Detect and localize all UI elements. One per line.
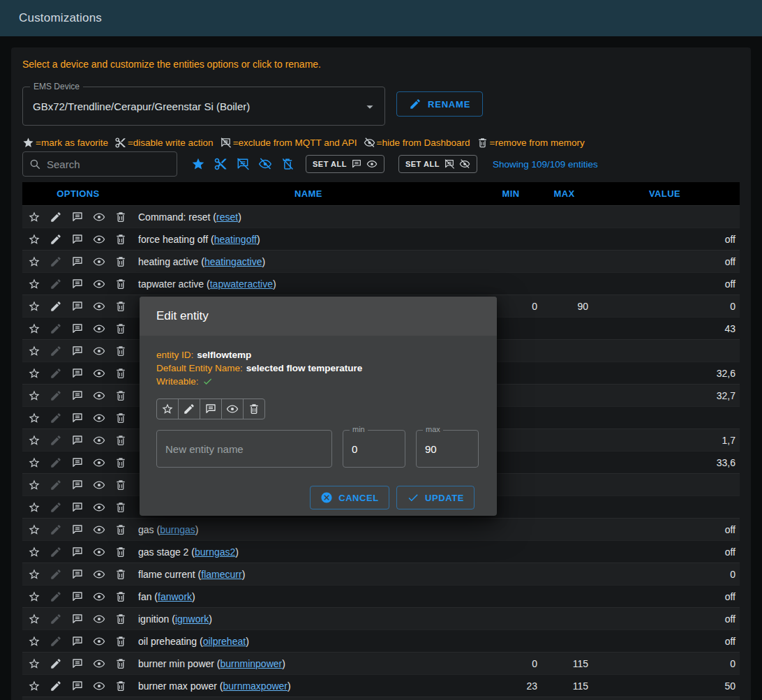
entity-code-link[interactable]: burngas <box>160 524 195 535</box>
table-row[interactable]: gas (burngas) off <box>22 518 740 540</box>
entity-code-link[interactable]: burnminpower <box>221 658 283 669</box>
visibility-icon[interactable] <box>93 300 105 313</box>
favorite-star-icon[interactable] <box>28 255 40 268</box>
mqtt-exclude-icon[interactable] <box>71 233 84 246</box>
toggle-favorite-button[interactable] <box>156 399 179 419</box>
mqtt-exclude-icon[interactable] <box>71 367 84 380</box>
visibility-icon[interactable] <box>93 568 105 581</box>
visibility-icon[interactable] <box>93 345 105 357</box>
edit-pencil-icon[interactable] <box>50 635 62 648</box>
delete-icon[interactable] <box>114 456 127 469</box>
mqtt-exclude-icon[interactable] <box>71 479 84 491</box>
edit-pencil-icon[interactable] <box>50 590 62 603</box>
visibility-icon[interactable] <box>93 546 105 558</box>
set-all-hidden-button[interactable]: SET ALL <box>398 155 477 173</box>
visibility-icon[interactable] <box>93 523 105 536</box>
mqtt-exclude-icon[interactable] <box>71 568 84 581</box>
visibility-icon[interactable] <box>93 389 105 402</box>
edit-pencil-icon[interactable] <box>50 501 62 514</box>
mqtt-exclude-icon[interactable] <box>71 501 84 514</box>
toggle-delete-button[interactable] <box>243 399 265 419</box>
delete-icon[interactable] <box>114 635 127 648</box>
delete-icon[interactable] <box>114 546 127 558</box>
max-input[interactable] <box>417 443 478 455</box>
entity-code-link[interactable]: burnmaxpower <box>223 680 287 692</box>
delete-icon[interactable] <box>114 657 127 670</box>
delete-icon[interactable] <box>114 680 127 692</box>
search-input[interactable] <box>47 158 171 170</box>
favorite-star-icon[interactable] <box>28 367 40 380</box>
delete-icon[interactable] <box>114 501 127 514</box>
visibility-icon[interactable] <box>93 657 105 670</box>
favorite-star-icon[interactable] <box>28 322 40 335</box>
table-row[interactable]: force heating off (heatingoff) off <box>22 228 740 250</box>
table-row[interactable]: gas stage 2 (burngas2) off <box>22 540 740 563</box>
table-row[interactable]: () <box>22 697 740 700</box>
edit-pencil-icon[interactable] <box>50 367 62 380</box>
mqtt-exclude-icon[interactable] <box>71 590 84 603</box>
search-field[interactable] <box>22 151 177 177</box>
entity-code-link[interactable]: ignwork <box>175 613 209 625</box>
visibility-icon[interactable] <box>93 412 105 424</box>
delete-icon[interactable] <box>114 523 127 536</box>
visibility-icon[interactable] <box>93 434 105 447</box>
table-row[interactable]: Command: reset (reset) <box>22 205 740 228</box>
edit-pencil-icon[interactable] <box>50 345 62 357</box>
edit-pencil-icon[interactable] <box>50 479 62 491</box>
entity-code-link[interactable]: burngas2 <box>195 546 235 558</box>
update-button[interactable]: UPDATE <box>396 486 475 509</box>
visibility-icon[interactable] <box>93 322 105 335</box>
mqtt-exclude-icon[interactable] <box>71 434 84 447</box>
favorite-star-icon[interactable] <box>28 613 40 625</box>
mqtt-exclude-icon[interactable] <box>71 657 84 670</box>
delete-icon[interactable] <box>114 367 127 380</box>
visibility-icon[interactable] <box>93 590 105 603</box>
mqtt-exclude-icon[interactable] <box>71 680 84 692</box>
edit-pencil-icon[interactable] <box>50 233 62 246</box>
edit-pencil-icon[interactable] <box>50 568 62 581</box>
visibility-icon[interactable] <box>93 278 105 290</box>
favorite-star-icon[interactable] <box>28 590 40 603</box>
delete-icon[interactable] <box>114 233 127 246</box>
mqtt-exclude-icon[interactable] <box>71 635 84 648</box>
entity-code-link[interactable]: heatingactive <box>204 256 262 267</box>
table-row[interactable]: ignition (ignwork) off <box>22 607 740 630</box>
visibility-icon[interactable] <box>93 635 105 648</box>
visibility-icon[interactable] <box>93 456 105 469</box>
table-row[interactable]: heating active (heatingactive) off <box>22 250 740 272</box>
visibility-icon[interactable] <box>93 501 105 514</box>
edit-pencil-icon[interactable] <box>50 680 62 692</box>
filter-mqtt-button[interactable] <box>236 157 250 171</box>
favorite-star-icon[interactable] <box>28 456 40 469</box>
favorite-star-icon[interactable] <box>28 479 40 491</box>
favorite-star-icon[interactable] <box>28 345 40 357</box>
entity-code-link[interactable]: fanwork <box>158 591 192 602</box>
edit-pencil-icon[interactable] <box>50 211 62 223</box>
edit-pencil-icon[interactable] <box>50 657 62 670</box>
visibility-icon[interactable] <box>93 613 105 625</box>
delete-icon[interactable] <box>114 255 127 268</box>
mqtt-exclude-icon[interactable] <box>71 613 84 625</box>
favorite-star-icon[interactable] <box>28 523 40 536</box>
entity-code-link[interactable]: flamecurr <box>201 569 241 580</box>
table-row[interactable]: fan (fanwork) off <box>22 585 740 607</box>
filter-visibility-button[interactable] <box>258 157 272 171</box>
mqtt-exclude-icon[interactable] <box>71 278 84 290</box>
entity-code-link[interactable]: reset <box>216 211 238 223</box>
favorite-star-icon[interactable] <box>28 635 40 648</box>
edit-pencil-icon[interactable] <box>50 412 62 424</box>
mqtt-exclude-icon[interactable] <box>71 389 84 402</box>
filter-favorite-button[interactable] <box>191 157 205 171</box>
favorite-star-icon[interactable] <box>28 657 40 670</box>
mqtt-exclude-icon[interactable] <box>71 546 84 558</box>
mqtt-exclude-icon[interactable] <box>71 345 84 357</box>
entity-code-link[interactable]: heatingoff <box>214 234 257 245</box>
delete-icon[interactable] <box>114 590 127 603</box>
favorite-star-icon[interactable] <box>28 278 40 290</box>
favorite-star-icon[interactable] <box>28 546 40 558</box>
mqtt-exclude-icon[interactable] <box>71 456 84 469</box>
filter-write-button[interactable] <box>214 157 227 171</box>
edit-pencil-icon[interactable] <box>50 278 62 290</box>
delete-icon[interactable] <box>114 434 127 447</box>
delete-icon[interactable] <box>114 613 127 625</box>
